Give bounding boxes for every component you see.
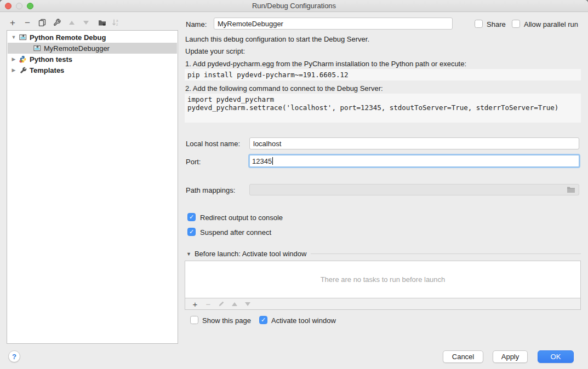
name-input-value: MyRemoteDebugger <box>218 20 283 28</box>
settrace-code-line-2: pydevd_pycharm.settrace('localhost', por… <box>187 103 578 112</box>
settrace-code-block: import pydevd_pycharm pydevd_pycharm.set… <box>185 94 581 123</box>
tree-item-label: MyRemoteDebugger <box>44 44 110 53</box>
name-input[interactable]: MyRemoteDebugger <box>214 18 453 30</box>
share-label: Share <box>487 20 506 28</box>
folder-add-icon <box>98 19 106 26</box>
tree-item-python-tests[interactable]: ▶ Python tests <box>8 54 177 65</box>
tree-item-label: Templates <box>30 66 64 74</box>
add-configuration-icon[interactable]: + <box>7 17 19 28</box>
move-up-icon <box>66 17 78 28</box>
tree-item-python-remote-debug[interactable]: ▼ Python Remote Debug <box>8 32 177 43</box>
allow-parallel-run-label: Allow parallel run <box>524 20 578 28</box>
templates-wrench-icon <box>19 66 27 74</box>
copy-icon <box>38 19 46 26</box>
apply-button-label: Apply <box>501 353 520 361</box>
browse-folder-icon[interactable] <box>567 186 575 193</box>
suspend-after-connect-label: Suspend after connect <box>200 228 271 237</box>
tree-item-label: Python Remote Debug <box>30 33 106 42</box>
close-window-button[interactable] <box>5 3 12 9</box>
header-separator-line <box>311 253 581 254</box>
chevron-collapsed-icon[interactable]: ▶ <box>11 56 16 62</box>
zoom-window-button[interactable] <box>27 3 33 9</box>
cancel-button[interactable]: Cancel <box>443 350 483 363</box>
check-icon: ✓ <box>261 316 266 324</box>
before-launch-title: Before launch: Activate tool window <box>195 250 307 258</box>
text-cursor <box>272 157 273 165</box>
question-mark-icon: ? <box>12 353 16 361</box>
show-this-page-checkbox[interactable] <box>190 316 198 324</box>
new-folder-icon[interactable] <box>96 17 108 28</box>
tree-item-myremotedebugger[interactable]: MyRemoteDebugger <box>8 43 177 54</box>
collapse-icon[interactable]: ▼ <box>186 251 191 257</box>
move-down-icon <box>80 17 92 28</box>
before-launch-toolbar: + − <box>185 298 581 310</box>
python-tests-icon <box>19 55 27 63</box>
before-launch-header[interactable]: ▼ Before launch: Activate tool window <box>186 250 581 258</box>
sort-alphabetically-icon: a z <box>110 17 122 28</box>
minimize-window-button[interactable] <box>16 3 22 9</box>
remove-configuration-icon[interactable]: − <box>21 17 33 28</box>
pip-install-code-block: pip install pydevd-pycharm~=191.6605.12 <box>185 69 581 80</box>
local-host-name-value: localhost <box>253 140 281 148</box>
allow-parallel-run-checkbox[interactable] <box>512 20 520 28</box>
title-bar: Run/Debug Configurations <box>0 0 588 12</box>
port-label: Port: <box>186 158 201 166</box>
ok-button-label: OK <box>551 353 561 361</box>
show-this-page-label: Show this page <box>202 316 251 325</box>
check-icon: ✓ <box>189 228 194 235</box>
apply-button[interactable]: Apply <box>493 350 528 363</box>
description-line-1: Launch this debug configuration to start… <box>185 35 369 43</box>
svg-text:a: a <box>116 19 118 22</box>
local-host-name-label: Local host name: <box>186 140 240 148</box>
path-mappings-input[interactable] <box>249 184 579 195</box>
local-host-name-input[interactable]: localhost <box>249 137 579 149</box>
pip-install-command: pip install pydevd-pycharm~=191.6605.12 <box>187 71 578 79</box>
remove-task-icon: − <box>202 299 215 309</box>
run-debug-configurations-dialog: Run/Debug Configurations + − a z <box>0 0 588 369</box>
window-title: Run/Debug Configurations <box>0 0 588 12</box>
tree-item-templates[interactable]: ▶ Templates <box>8 65 177 76</box>
svg-text:z: z <box>116 22 118 26</box>
name-label: Name: <box>186 20 207 28</box>
suspend-after-connect-checkbox[interactable]: ✓ <box>187 228 196 236</box>
ok-button[interactable]: OK <box>538 350 574 363</box>
chevron-expanded-icon[interactable]: ▼ <box>11 34 16 40</box>
path-mappings-label: Path mappings: <box>186 186 235 194</box>
remote-debug-icon <box>19 33 27 41</box>
configuration-tree: ▼ Python Remote Debug MyRemoteDebugger <box>7 30 178 344</box>
redirect-output-label: Redirect output to console <box>200 214 283 222</box>
move-task-up-icon <box>228 302 241 306</box>
step-1-text: 1. Add pydevd-pycharm.egg from the PyCha… <box>185 60 466 68</box>
wrench-icon <box>53 19 61 26</box>
port-value: 12345 <box>252 157 272 165</box>
before-launch-task-list[interactable]: There are no tasks to run before launch <box>185 261 581 298</box>
sort-icon: a z <box>112 19 119 26</box>
help-button[interactable]: ? <box>8 350 20 362</box>
share-checkbox[interactable] <box>475 20 483 28</box>
settrace-code-line-1: import pydevd_pycharm <box>187 95 578 103</box>
chevron-collapsed-icon[interactable]: ▶ <box>11 67 16 73</box>
redirect-output-checkbox[interactable]: ✓ <box>187 213 196 221</box>
check-icon: ✓ <box>189 214 194 221</box>
copy-configuration-icon[interactable] <box>36 17 48 28</box>
tree-item-label: Python tests <box>30 55 72 64</box>
add-task-icon[interactable]: + <box>189 299 202 309</box>
edit-templates-icon[interactable] <box>51 17 63 28</box>
step-2-text: 2. Add the following command to connect … <box>185 84 383 93</box>
remote-debug-icon <box>33 44 42 52</box>
move-task-down-icon <box>241 302 254 306</box>
activate-tool-window-label: Activate tool window <box>271 316 336 325</box>
port-input[interactable]: 12345 <box>248 154 580 168</box>
empty-task-list-text: There are no tasks to run before launch <box>321 275 446 284</box>
description-line-2: Update your script: <box>185 47 245 55</box>
activate-tool-window-checkbox[interactable]: ✓ <box>259 316 267 324</box>
cancel-button-label: Cancel <box>452 353 474 361</box>
edit-task-icon <box>215 301 228 307</box>
